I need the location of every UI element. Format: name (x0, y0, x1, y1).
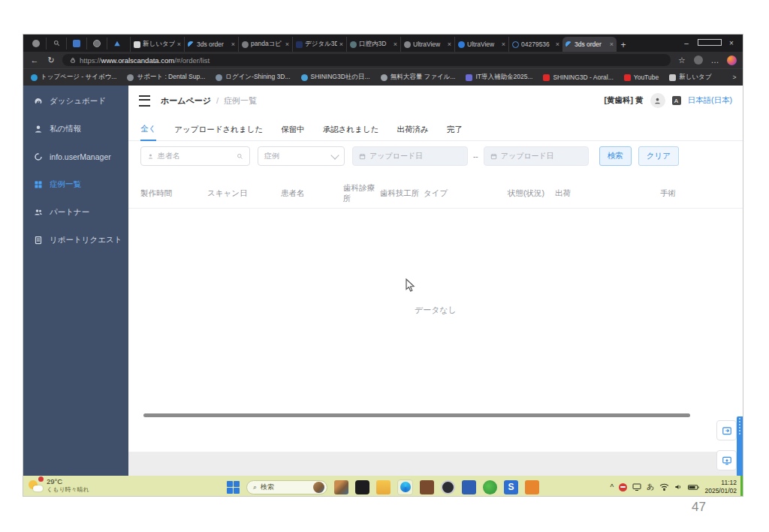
tab-shipped[interactable]: 出荷済み (397, 122, 428, 140)
edge-app-icon[interactable] (397, 479, 413, 495)
store-app-icon[interactable] (420, 480, 434, 494)
upload-date-to-input[interactable]: アップロード日 (484, 146, 589, 166)
browser-tab[interactable]: 3ds order× (184, 37, 238, 52)
browser-tab[interactable]: 口腔内3D× (346, 37, 400, 52)
start-button[interactable] (227, 481, 240, 494)
tab-close-icon[interactable]: × (231, 41, 235, 48)
sidebar-item-usermanager[interactable]: info.userManager (23, 143, 128, 170)
dark-circle-app-icon[interactable] (441, 480, 455, 494)
breadcrumb-home[interactable]: ホームページ (161, 95, 211, 107)
bookmark-item[interactable]: IT導入補助金2025... (466, 73, 532, 82)
tab-all[interactable]: 全く (140, 122, 156, 141)
tab-close-icon[interactable]: × (177, 41, 181, 48)
clear-button[interactable]: クリア (638, 146, 679, 166)
green-app-icon[interactable] (483, 480, 497, 494)
search-button[interactable]: 検索 (599, 146, 632, 166)
bookmark-item[interactable]: YouTube (624, 74, 659, 81)
tab-close-icon[interactable]: × (556, 41, 559, 48)
tab-close-icon[interactable]: × (610, 41, 614, 48)
case-select[interactable]: 症例 (258, 146, 345, 166)
workspace-triangle-icon[interactable] (107, 38, 127, 50)
bookmark-item[interactable]: トップページ - サイボウ... (31, 73, 116, 82)
browser-tab-active[interactable]: 3ds order× (562, 37, 617, 52)
settings-gear-icon[interactable] (67, 38, 87, 50)
sidebar-item-report-request[interactable]: リポートリクエスト (23, 226, 128, 254)
tab-uploaded[interactable]: アップロードされました (174, 122, 263, 140)
photos-app-icon[interactable] (334, 480, 348, 494)
battery-icon[interactable] (688, 484, 699, 491)
upload-date-from-input[interactable]: アップロード日 (352, 146, 468, 166)
edge-profile-icon[interactable] (727, 56, 737, 65)
favorite-star-icon[interactable]: ☆ (677, 56, 687, 65)
taskbar-search[interactable]: ⌕ 検索 (246, 480, 327, 494)
s-app-icon[interactable]: S (504, 480, 518, 494)
close-button[interactable]: × (720, 39, 743, 47)
orange-app-icon[interactable] (525, 480, 539, 494)
url-field[interactable]: https://www.oralscandata.com/#/order/lis… (62, 54, 671, 66)
browser-tab[interactable]: 新しいタブ× (130, 37, 184, 52)
black-app-icon[interactable] (355, 480, 369, 494)
browser-tab[interactable]: pandaコピ× (238, 37, 292, 52)
back-icon[interactable]: ← (29, 56, 40, 65)
bookmark-item[interactable]: ログイン-Shining 3D... (216, 73, 290, 82)
table-header: 製作時間 スキャン日 患者名 歯科診療所 歯科技工所 タイプ 状態(状況) 出荷… (128, 179, 743, 209)
system-tray: ^ あ 11:12 2025/01/02 (611, 479, 737, 494)
taskbar-clock[interactable]: 11:12 2025/01/02 (704, 479, 737, 494)
sidebar-item-my-profile[interactable]: 私の情報 (23, 115, 128, 143)
display-icon[interactable] (632, 483, 641, 491)
file-explorer-icon[interactable] (376, 480, 391, 494)
hamburger-menu-icon[interactable] (139, 95, 150, 107)
blue-app-icon[interactable] (462, 480, 476, 494)
export-button[interactable] (716, 420, 737, 440)
browser-tab[interactable]: UltraView× (400, 37, 454, 52)
restore-button[interactable] (698, 39, 720, 47)
browser-tab[interactable]: 04279536× (508, 37, 562, 52)
bookmark-item[interactable]: サポート : Dental Sup... (127, 73, 205, 82)
browser-tab[interactable]: UltraView× (454, 37, 508, 52)
address-bar: ← ↻ https://www.oralscandata.com/#/order… (23, 52, 743, 68)
bookmark-item[interactable]: SHINING3D - Aoral... (543, 74, 613, 81)
ime-indicator[interactable]: あ (647, 482, 654, 492)
user-avatar[interactable] (650, 93, 665, 108)
tab-search-icon[interactable] (47, 38, 67, 50)
speaker-icon[interactable] (674, 483, 683, 491)
language-selector[interactable]: 日本語(日本) (688, 95, 733, 106)
new-tab-button[interactable]: + (617, 38, 630, 52)
sidebar-item-case-list[interactable]: 症例一覧 (23, 170, 128, 198)
minimize-button[interactable]: – (675, 39, 698, 47)
browser-circle-icon[interactable] (87, 38, 107, 50)
wifi-icon[interactable] (659, 483, 669, 491)
tab-close-icon[interactable]: × (339, 41, 343, 48)
more-ellipsis-icon[interactable]: … (710, 56, 720, 65)
patient-name-input[interactable]: 患者名 (140, 146, 250, 166)
browser-tab[interactable]: デジタル3D× (292, 37, 346, 52)
weather-widget[interactable]: 29°C くもり時々晴れ (28, 478, 89, 493)
bookmarks-overflow-chevron-icon[interactable]: > (732, 74, 736, 81)
bookmark-item[interactable]: SHINING3D社の日... (301, 73, 370, 82)
show-desktop-strip[interactable] (740, 476, 743, 497)
ultraview-favicon (458, 41, 465, 48)
sidebar-item-partner[interactable]: パートナー (23, 198, 128, 226)
windows-taskbar: 29°C くもり時々晴れ ⌕ 検索 S (23, 476, 743, 497)
tab-approved[interactable]: 承認されました (323, 122, 379, 140)
bookmark-item[interactable]: 新しいタブ (669, 73, 711, 82)
bookmark-item[interactable]: 無料大容量 ファイル... (381, 73, 456, 82)
sidebar-item-label: 症例一覧 (50, 179, 81, 190)
profile-circle-icon[interactable] (26, 38, 47, 50)
download-button[interactable] (716, 450, 737, 470)
tab-close-icon[interactable]: × (448, 41, 451, 48)
horizontal-scrollbar[interactable] (143, 413, 690, 417)
tab-label: 口腔内3D (359, 40, 391, 49)
tray-red-status-icon[interactable] (619, 483, 627, 491)
sidebar-item-dashboard[interactable]: ダッシュボード (23, 87, 128, 115)
tray-chevron-icon[interactable]: ^ (611, 483, 614, 491)
calendar-icon (490, 153, 497, 160)
sidebar-item-label: ダッシュボード (50, 96, 106, 107)
tab-pending[interactable]: 保留中 (281, 122, 305, 140)
tab-close-icon[interactable]: × (394, 41, 397, 48)
tab-done[interactable]: 完了 (447, 122, 463, 140)
account-avatar-icon[interactable] (694, 56, 703, 65)
reload-icon[interactable]: ↻ (46, 56, 56, 65)
tab-close-icon[interactable]: × (285, 41, 289, 48)
tab-close-icon[interactable]: × (502, 41, 505, 48)
